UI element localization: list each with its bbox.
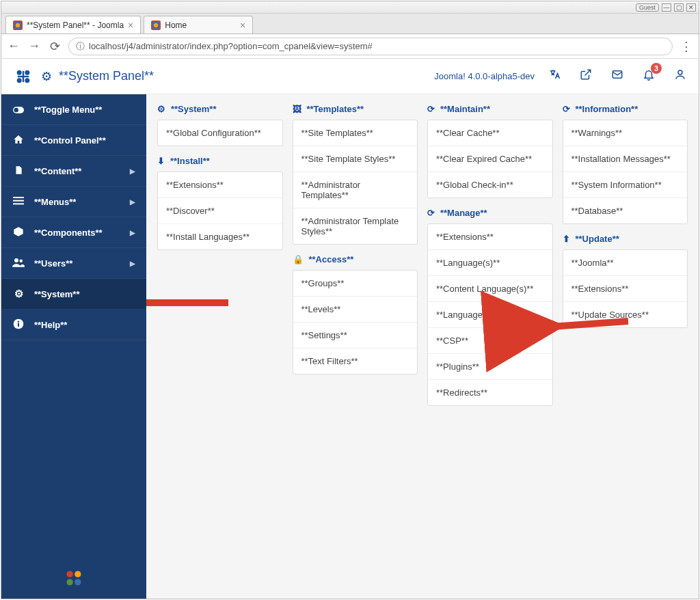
refresh-icon: ⟳: [427, 104, 435, 114]
url-text: localhost/j4/administrator/index.php?opt…: [89, 41, 373, 51]
link-language-overrides[interactable]: **Language Overrides**: [428, 302, 552, 328]
refresh-icon: ⟳: [563, 104, 570, 114]
column-4: ⟳**Information** **Warnings** **Installa…: [563, 104, 688, 328]
link-warnings[interactable]: **Warnings**: [563, 120, 688, 146]
link-installation-messages[interactable]: **Installation Messages**: [563, 146, 688, 172]
sidebar-item-label: **Users**: [34, 258, 72, 269]
forward-button[interactable]: →: [27, 39, 41, 53]
refresh-icon: ⟳: [427, 208, 435, 218]
sidebar-item-system[interactable]: ⚙ **System**: [1, 279, 146, 310]
link-languages[interactable]: **Language(s)**: [428, 250, 552, 276]
window-titlebar: Guest — ▢ ✕: [1, 1, 699, 14]
address-bar[interactable]: ⓘ localhost/j4/administrator/index.php?o…: [68, 38, 673, 55]
svg-point-19: [75, 579, 81, 585]
browser-tab-home[interactable]: Home ×: [144, 16, 253, 33]
sidebar-item-label: **System**: [34, 289, 80, 299]
svg-point-12: [20, 259, 23, 262]
version-link[interactable]: Joomla! 4.0.0-alpha5-dev: [434, 71, 535, 81]
external-link-icon[interactable]: [580, 68, 592, 84]
panel-information: ⟳**Information** **Warnings** **Installa…: [563, 104, 688, 224]
sidebar-item-label: **Help**: [34, 320, 67, 330]
reload-button[interactable]: ⟳: [48, 39, 62, 54]
panel-title: **Access**: [309, 254, 354, 264]
mail-icon[interactable]: [611, 68, 623, 84]
svg-rect-14: [18, 323, 19, 326]
page-title: **System Panel**: [59, 69, 154, 83]
link-groups[interactable]: **Groups**: [293, 271, 418, 297]
link-global-checkin[interactable]: **Global Check-in**: [428, 172, 552, 197]
sidebar-item-control-panel[interactable]: **Control Panel**: [1, 125, 146, 156]
sidebar-item-toggle[interactable]: **Toggle Menu**: [1, 94, 146, 125]
link-redirects[interactable]: **Redirects**: [428, 380, 552, 405]
link-content-languages[interactable]: **Content Language(s)**: [428, 276, 552, 302]
browser-tab-system-panel[interactable]: **System Panel** - Joomla ×: [5, 16, 141, 33]
window-close-button[interactable]: ✕: [686, 3, 696, 12]
link-text-filters[interactable]: **Text Filters**: [293, 349, 418, 374]
sidebar-item-label: **Control Panel**: [34, 135, 106, 146]
info-icon: [12, 318, 25, 331]
sidebar: **Toggle Menu** **Control Panel** **Cont…: [1, 94, 146, 599]
svg-rect-10: [13, 203, 24, 204]
svg-point-2: [17, 78, 22, 83]
link-install-extensions[interactable]: **Extensions**: [158, 172, 282, 198]
link-update-extensions[interactable]: **Extensions**: [563, 276, 688, 302]
info-icon: ⓘ: [76, 40, 85, 53]
sidebar-item-label: **Menus**: [34, 197, 76, 207]
close-icon[interactable]: ×: [128, 20, 133, 31]
svg-point-16: [67, 571, 73, 577]
svg-point-3: [25, 78, 29, 83]
home-icon: [12, 134, 25, 147]
language-icon[interactable]: [548, 68, 561, 84]
bell-icon[interactable]: 3: [643, 68, 655, 84]
sidebar-item-label: **Toggle Menu**: [34, 105, 102, 115]
panel-title: **Information**: [576, 104, 638, 114]
browser-menu-button[interactable]: ⋮: [679, 39, 693, 54]
column-2: 🖼**Templates** **Site Templates** **Site…: [293, 104, 418, 374]
svg-point-0: [17, 70, 22, 74]
panel-manage: ⟳**Manage** **Extensions** **Language(s)…: [427, 208, 553, 406]
tab-title: Home: [165, 21, 187, 30]
link-discover[interactable]: **Discover**: [158, 198, 282, 224]
link-settings[interactable]: **Settings**: [293, 323, 418, 349]
link-site-templates[interactable]: **Site Templates**: [293, 120, 418, 146]
sidebar-item-users[interactable]: **Users** ▶: [1, 248, 146, 279]
guest-badge: Guest: [636, 3, 659, 12]
close-icon[interactable]: ×: [240, 20, 245, 31]
panel-update: ⬆**Update** **Joomla** **Extensions** **…: [563, 234, 688, 328]
sidebar-item-components[interactable]: **Components** ▶: [1, 217, 146, 248]
svg-point-1: [25, 70, 29, 74]
link-database[interactable]: **Database**: [563, 198, 688, 223]
link-site-template-styles[interactable]: **Site Template Styles**: [293, 146, 418, 172]
link-clear-expired-cache[interactable]: **Clear Expired Cache**: [428, 146, 552, 172]
main-content: ⚙**System** **Global Configuration** ⬇**…: [146, 94, 699, 599]
user-icon[interactable]: [674, 68, 686, 84]
chevron-right-icon: ▶: [130, 167, 135, 175]
link-csp[interactable]: **CSP**: [428, 328, 552, 354]
link-global-configuration[interactable]: **Global Configuration**: [158, 120, 282, 146]
window-maximize-button[interactable]: ▢: [674, 3, 684, 12]
link-system-information[interactable]: **System Information**: [563, 172, 688, 198]
link-update-joomla[interactable]: **Joomla**: [563, 250, 688, 276]
link-install-languages[interactable]: **Install Languages**: [158, 224, 282, 249]
panel-title: **System**: [171, 104, 217, 114]
link-plugins[interactable]: **Plugins**: [428, 354, 552, 380]
back-button[interactable]: ←: [7, 39, 21, 53]
sidebar-item-content[interactable]: **Content** ▶: [1, 156, 146, 187]
link-admin-template-styles[interactable]: **Administrator Template Styles**: [293, 208, 418, 244]
window-minimize-button[interactable]: —: [662, 3, 671, 12]
sidebar-item-menus[interactable]: **Menus** ▶: [1, 187, 146, 217]
link-admin-templates[interactable]: **Administrator Templates**: [293, 172, 418, 208]
sidebar-item-label: **Components**: [34, 228, 103, 238]
link-update-sources[interactable]: **Update Sources**: [563, 302, 688, 327]
svg-point-15: [18, 321, 19, 322]
link-manage-extensions[interactable]: **Extensions**: [428, 224, 552, 250]
download-icon: ⬇: [157, 156, 165, 166]
browser-toolbar: ← → ⟳ ⓘ localhost/j4/administrator/index…: [1, 34, 699, 59]
link-clear-cache[interactable]: **Clear Cache**: [428, 120, 552, 146]
panel-title: **Install**: [170, 156, 210, 166]
tab-title: **System Panel** - Joomla: [27, 21, 124, 30]
joomla-logo-icon: [14, 67, 33, 86]
link-levels[interactable]: **Levels**: [293, 297, 418, 323]
panel-title: **Manage**: [440, 208, 487, 218]
sidebar-item-help[interactable]: **Help**: [1, 310, 146, 340]
